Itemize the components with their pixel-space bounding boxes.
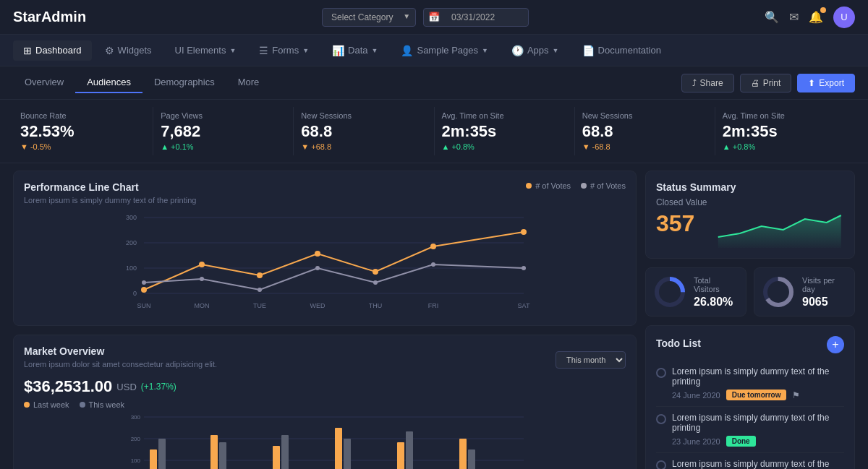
visits-per-day-value: 9065 [802,296,847,309]
todo-item-0: Lorem ipsum is simply dummy text of the … [656,361,844,407]
metric-avg-time-2-label: Avg. Time on Site [723,111,848,120]
closed-value: 357 [656,210,707,237]
export-button[interactable]: ⬆ Export [797,74,855,92]
visits-per-day-donut [762,275,795,309]
calendar-icon: 📅 [428,12,440,22]
market-value: $36,2531.00 [24,377,112,396]
todo-badge-0: Due tomorrow [726,390,787,400]
bar-dot-thisweek [80,402,85,408]
legend-dot-1 [526,183,532,189]
notification-badge [820,7,826,13]
metrics-row: Bounce Rate 32.53% ▼ -0.5% Page Views 7,… [0,100,868,163]
total-visitors-card: Total Visitors 26.80% [645,267,746,317]
metric-bounce-rate-label: Bounce Rate [20,111,145,120]
svg-text:100: 100 [126,264,137,272]
metric-new-sessions-2-change: ▼ -68.8 [582,142,707,151]
bell-button[interactable]: 🔔 [809,10,823,24]
svg-rect-38 [158,439,166,469]
metric-avg-time-value: 2m:35s [442,122,567,141]
status-chart-svg [715,197,845,248]
metric-new-sessions-change: ▼ +68.8 [301,142,426,151]
todo-add-button[interactable]: + [827,336,844,353]
metric-bounce-rate-value: 32.53% [20,122,145,141]
svg-text:SUN: SUN [137,302,150,309]
logo-admin: Admin [41,9,86,25]
status-value-group: Closed Value 357 [656,197,707,237]
todo-radio-2[interactable] [656,460,666,469]
svg-point-9 [199,262,205,267]
tab-demographics[interactable]: Demographics [142,72,226,93]
bar-dot-lastweek [24,402,30,408]
legend-item-2: # of Votes [581,181,626,190]
metric-new-sessions-value: 68.8 [301,122,426,141]
todo-content-0: Lorem ipsum is simply dummy text of the … [672,366,844,400]
status-summary-card: Status Summary Closed Value 357 [645,171,855,259]
print-button[interactable]: 🖨 Print [740,74,792,92]
svg-point-13 [430,244,436,249]
export-label: Export [819,78,844,88]
market-dropdown[interactable]: This month [556,351,626,369]
total-visitors-info: Total Visitors 26.80% [694,276,739,309]
mail-button[interactable]: ✉ [789,10,799,24]
content-tabs: Overview Audiences Demographics More ⤴ S… [0,66,868,100]
nav-item-documentation[interactable]: 📄 Documentation [572,40,671,61]
date-input[interactable] [444,9,524,26]
tab-more[interactable]: More [226,72,271,93]
svg-text:200: 200 [131,436,141,442]
nav-label-ui-elements: UI Elements [175,45,226,56]
nav-item-sample-pages[interactable]: 👤 Sample Pages ▼ [391,40,498,61]
todo-radio-0[interactable] [656,368,666,378]
dashboard-icon: ⊞ [23,45,32,56]
tab-audiences[interactable]: Audiences [75,72,142,93]
metric-avg-time: Avg. Time on Site 2m:35s ▲ +0.8% [435,107,575,155]
market-currency: USD [116,382,136,392]
metric-new-sessions-label: New Sessions [301,111,426,120]
nav-item-data[interactable]: 📊 Data ▼ [322,40,388,61]
search-button[interactable]: 🔍 [765,10,779,24]
performance-chart-card: Performance Line Chart Lorem ipsum is si… [13,171,637,326]
nav-item-widgets[interactable]: ⚙ Widgets [95,40,162,61]
topbar-icons: 🔍 ✉ 🔔 U [765,7,855,28]
nav-label-documentation: Documentation [598,45,661,56]
closed-label: Closed Value [656,197,707,207]
nav-item-ui-elements[interactable]: UI Elements ▼ [165,40,247,60]
svg-point-14 [521,229,527,235]
todo-date-1: 23 June 2020 [672,437,720,446]
todo-flag-0: ⚑ [792,390,800,400]
metric-new-sessions-2: New Sessions 68.8 ▼ -68.8 [575,107,715,155]
todo-text-0: Lorem ipsum is simply dummy text of the … [672,366,844,387]
metric-avg-time-2: Avg. Time on Site 2m:35s ▲ +0.8% [715,107,855,155]
total-visitors-value: 26.80% [694,296,739,309]
todo-radio-1[interactable] [656,414,666,424]
total-visitors-label: Total Visitors [694,276,739,293]
metric-page-views-value: 7,682 [161,122,286,141]
bar-label-lastweek: Last week [33,400,69,409]
svg-point-15 [142,280,146,285]
nav-label-apps: Apps [527,45,549,56]
nav-item-apps[interactable]: 🕐 Apps ▼ [501,40,569,61]
svg-text:100: 100 [131,457,141,464]
svg-text:0: 0 [133,290,137,297]
apps-arrow-icon: ▼ [553,47,559,54]
todo-list-card: Todo List + Lorem ipsum is simply dummy … [645,325,855,469]
nav-item-dashboard[interactable]: ⊞ Dashboard [13,40,92,61]
avatar[interactable]: U [833,7,855,28]
export-icon: ⬆ [808,78,815,88]
tab-overview[interactable]: Overview [13,72,75,93]
svg-rect-44 [344,439,351,469]
forms-icon: ☰ [259,45,268,56]
apps-icon: 🕐 [511,45,524,56]
todo-meta-1: 23 June 2020 Done [672,436,844,447]
metric-page-views: Page Views 7,682 ▲ +0.1% [153,107,294,155]
tab-actions: ⤴ Share 🖨 Print ⬆ Export [681,74,855,92]
todo-title: Todo List [656,337,701,349]
performance-chart-svg: 300 200 100 0 [24,210,626,315]
legend-label-2: # of Votes [590,181,626,190]
svg-rect-45 [397,442,404,469]
todo-content-2: Lorem ipsum is simply dummy text of the … [672,459,844,469]
share-button[interactable]: ⤴ Share [681,74,734,92]
nav-item-forms[interactable]: ☰ Forms ▼ [249,40,319,61]
svg-rect-48 [468,449,475,469]
todo-item-1: Lorem ipsum is simply dummy text of the … [656,407,844,453]
category-select[interactable]: Select Category [322,8,416,27]
